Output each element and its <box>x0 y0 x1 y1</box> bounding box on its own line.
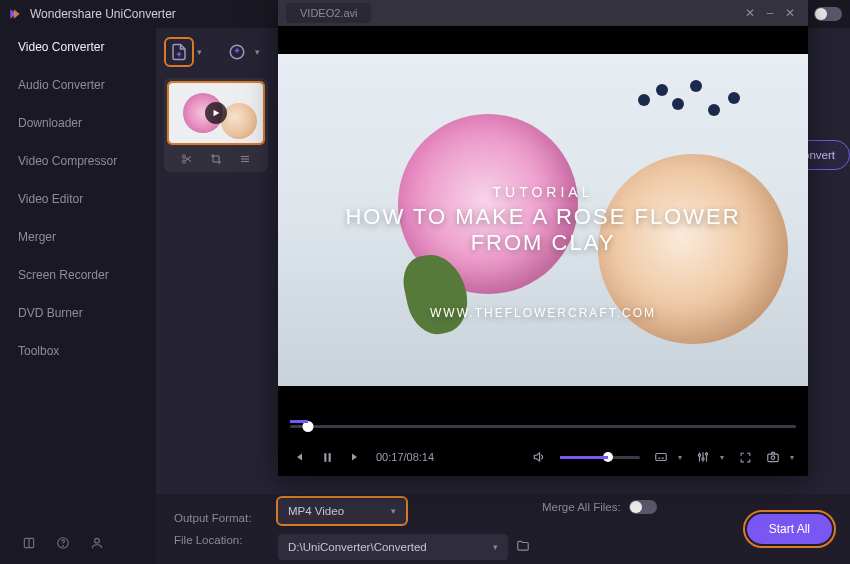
svg-point-4 <box>95 538 100 543</box>
sidebar-item-dvd-burner[interactable]: DVD Burner <box>0 294 156 332</box>
merge-label: Merge All Files: <box>542 501 621 513</box>
sidebar-item-audio-converter[interactable]: Audio Converter <box>0 66 156 104</box>
app-title: Wondershare UniConverter <box>30 7 176 21</box>
sidebar-item-screen-recorder[interactable]: Screen Recorder <box>0 256 156 294</box>
add-file-button[interactable]: ▾ <box>166 39 192 65</box>
time-display: 00:17/08:14 <box>376 451 434 463</box>
svg-rect-12 <box>328 453 330 462</box>
chevron-down-icon: ▾ <box>391 506 396 516</box>
more-icon[interactable] <box>239 151 251 163</box>
add-url-button[interactable]: ▾ <box>224 39 250 65</box>
svg-point-23 <box>771 456 775 460</box>
svg-rect-13 <box>656 454 667 461</box>
progress-bar[interactable] <box>278 414 808 438</box>
volume-slider[interactable] <box>560 456 640 459</box>
chevron-down-icon: ▾ <box>255 47 260 57</box>
chevron-down-icon: ▾ <box>678 453 682 462</box>
footer-bar: Output Format: File Location: MP4 Video … <box>156 494 850 564</box>
open-folder-icon[interactable] <box>516 539 530 555</box>
sidebar-item-downloader[interactable]: Downloader <box>0 104 156 142</box>
video-overlay-text: TUTORIAL HOW TO MAKE A ROSE FLOWER FROM … <box>278 184 808 320</box>
svg-rect-22 <box>768 454 779 462</box>
sidebar-item-merger[interactable]: Merger <box>0 218 156 256</box>
output-format-label: Output Format: <box>174 512 266 524</box>
volume-icon[interactable] <box>532 450 546 464</box>
start-all-button[interactable]: Start All <box>747 514 832 544</box>
output-format-select[interactable]: MP4 Video ▾ <box>278 498 406 524</box>
svg-rect-11 <box>324 453 326 462</box>
video-thumbnail[interactable] <box>169 83 263 143</box>
theme-toggle[interactable] <box>814 7 842 21</box>
crop-icon[interactable] <box>210 151 222 163</box>
window-close-icon[interactable]: ✕ <box>780 6 800 20</box>
account-icon[interactable] <box>90 536 104 550</box>
minimize-icon[interactable]: – <box>760 6 780 20</box>
preview-window: VIDEO2.avi ✕ – ✕ TUTORIAL HOW TO MAKE A … <box>278 0 808 476</box>
player-controls: 00:17/08:14 ▾ ▾ ▾ <box>278 438 808 476</box>
svg-point-7 <box>183 160 186 163</box>
video-area[interactable]: TUTORIAL HOW TO MAKE A ROSE FLOWER FROM … <box>278 26 808 414</box>
close-icon[interactable]: ✕ <box>740 6 760 20</box>
sidebar-item-video-compressor[interactable]: Video Compressor <box>0 142 156 180</box>
svg-point-19 <box>698 454 700 456</box>
sidebar: Video Converter Audio Converter Download… <box>0 28 156 564</box>
chevron-down-icon: ▾ <box>493 542 498 552</box>
pause-icon[interactable] <box>320 450 334 464</box>
snapshot-icon[interactable] <box>766 450 780 464</box>
app-logo <box>8 7 22 21</box>
fullscreen-icon[interactable] <box>738 450 752 464</box>
chevron-down-icon: ▾ <box>790 453 794 462</box>
file-location-value: D:\UniConverter\Converted <box>288 541 427 553</box>
sidebar-item-video-converter[interactable]: Video Converter <box>0 28 156 66</box>
guide-icon[interactable] <box>22 536 36 550</box>
sidebar-item-toolbox[interactable]: Toolbox <box>0 332 156 370</box>
file-location-select[interactable]: D:\UniConverter\Converted ▾ <box>278 534 508 560</box>
video-thumb-card[interactable] <box>164 78 268 172</box>
play-icon <box>205 102 227 124</box>
sidebar-item-video-editor[interactable]: Video Editor <box>0 180 156 218</box>
help-icon[interactable] <box>56 536 70 550</box>
svg-point-6 <box>183 155 186 158</box>
svg-point-21 <box>705 453 707 455</box>
chevron-down-icon: ▾ <box>720 453 724 462</box>
svg-point-20 <box>702 458 704 460</box>
settings-icon[interactable] <box>696 450 710 464</box>
next-icon[interactable] <box>348 450 362 464</box>
prev-icon[interactable] <box>292 450 306 464</box>
preview-header: VIDEO2.avi ✕ – ✕ <box>278 0 808 26</box>
merge-toggle[interactable] <box>629 500 657 514</box>
file-location-label: File Location: <box>174 534 266 546</box>
subtitle-icon[interactable] <box>654 450 668 464</box>
output-format-value: MP4 Video <box>288 505 344 517</box>
svg-point-3 <box>63 546 64 547</box>
preview-tab[interactable]: VIDEO2.avi <box>286 3 371 23</box>
chevron-down-icon: ▾ <box>197 47 202 57</box>
trim-icon[interactable] <box>181 151 193 163</box>
